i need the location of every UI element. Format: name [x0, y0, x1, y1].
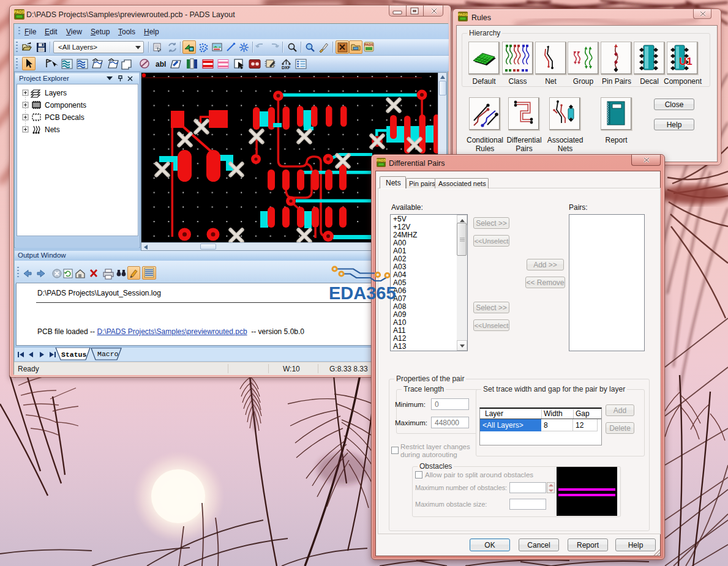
svg-text:PCB Decals: PCB Decals — [45, 113, 84, 122]
svg-text:PADS: PADS — [364, 43, 373, 47]
svg-text:PADS: PADS — [458, 12, 468, 17]
svg-text:Nets: Nets — [45, 125, 60, 134]
svg-text:PADS: PADS — [377, 158, 386, 162]
svg-text:abl: abl — [156, 60, 166, 69]
svg-text:Layers: Layers — [45, 89, 67, 97]
svg-text:U1: U1 — [679, 56, 692, 67]
svg-text:EDA365: EDA365 — [329, 283, 396, 303]
svg-text:PADS: PADS — [14, 10, 24, 14]
svg-text:Components: Components — [45, 101, 86, 110]
svg-text:Status: Status — [61, 351, 87, 359]
svg-text:Macro: Macro — [97, 350, 119, 358]
svg-text:DXF: DXF — [282, 65, 291, 70]
